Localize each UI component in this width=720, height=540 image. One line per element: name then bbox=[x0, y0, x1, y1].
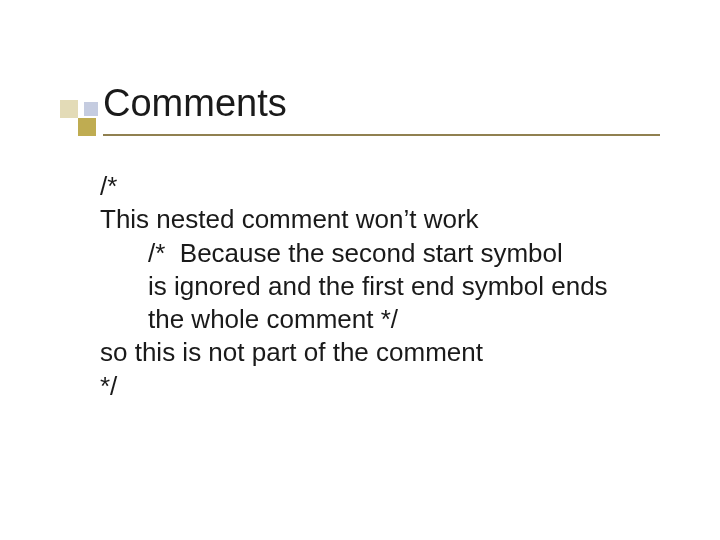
slide: Comments /* This nested comment won’t wo… bbox=[0, 0, 720, 540]
slide-body: /* This nested comment won’t work /* Bec… bbox=[100, 170, 650, 403]
body-line: */ bbox=[100, 370, 650, 403]
body-line: the whole comment */ bbox=[100, 303, 650, 336]
ornament-square-icon bbox=[84, 102, 98, 116]
body-line: This nested comment won’t work bbox=[100, 203, 650, 236]
body-line: so this is not part of the comment bbox=[100, 336, 650, 369]
ornament-square-icon bbox=[60, 100, 78, 118]
ornament-square-icon bbox=[78, 118, 96, 136]
body-line: /* bbox=[100, 170, 650, 203]
body-line: is ignored and the first end symbol ends bbox=[100, 270, 650, 303]
slide-title: Comments bbox=[103, 82, 287, 125]
title-ornament bbox=[60, 100, 106, 146]
title-underline bbox=[103, 134, 660, 136]
body-line: /* Because the second start symbol bbox=[100, 237, 650, 270]
